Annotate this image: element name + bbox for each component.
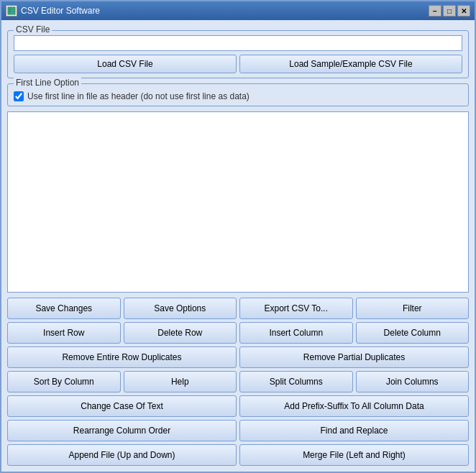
change-case-button[interactable]: Change Case Of Text xyxy=(7,395,237,417)
title-bar-buttons: − □ ✕ xyxy=(429,5,470,17)
buttons-section: Save Changes Save Options Export CSV To.… xyxy=(7,298,469,466)
title-bar: CSV Editor Software − □ ✕ xyxy=(1,1,475,20)
toolbar-row-2: Insert Row Delete Row Insert Column Dele… xyxy=(7,322,469,344)
toolbar-row-6: Rearrange Column Order Find and Replace xyxy=(7,420,469,441)
svg-rect-0 xyxy=(8,7,15,14)
close-button[interactable]: ✕ xyxy=(457,5,470,17)
join-columns-button[interactable]: Join Columns xyxy=(356,371,470,392)
save-changes-button[interactable]: Save Changes xyxy=(7,298,121,319)
header-checkbox[interactable] xyxy=(14,91,24,101)
first-line-option-label: First Line Option xyxy=(14,78,81,88)
insert-column-button[interactable]: Insert Column xyxy=(239,322,353,344)
csv-file-input[interactable] xyxy=(14,35,462,51)
export-csv-button[interactable]: Export CSV To... xyxy=(239,298,353,319)
merge-file-button[interactable]: Merge File (Left and Right) xyxy=(239,444,469,466)
load-sample-button[interactable]: Load Sample/Example CSV File xyxy=(239,55,462,73)
add-prefix-suffix-button[interactable]: Add Prefix-Suffix To All Column Data xyxy=(239,395,469,417)
toolbar-row-1: Save Changes Save Options Export CSV To.… xyxy=(7,298,469,319)
load-buttons-row: Load CSV File Load Sample/Example CSV Fi… xyxy=(14,55,462,73)
checkbox-label: Use first line in file as header (do not… xyxy=(27,91,250,101)
help-button[interactable]: Help xyxy=(124,371,237,392)
remove-entire-row-dup-button[interactable]: Remove Entire Row Duplicates xyxy=(7,346,237,368)
remove-partial-dup-button[interactable]: Remove Partial Duplicates xyxy=(239,346,469,368)
delete-row-button[interactable]: Delete Row xyxy=(124,322,237,344)
window-title: CSV Editor Software xyxy=(21,6,100,16)
main-window: CSV Editor Software − □ ✕ CSV File Load … xyxy=(0,0,476,473)
app-icon xyxy=(6,5,17,17)
insert-row-button[interactable]: Insert Row xyxy=(7,322,121,344)
data-grid[interactable] xyxy=(7,111,469,293)
minimize-button[interactable]: − xyxy=(429,5,441,17)
save-options-button[interactable]: Save Options xyxy=(124,298,237,319)
sort-by-column-button[interactable]: Sort By Column xyxy=(7,371,121,392)
load-csv-button[interactable]: Load CSV File xyxy=(14,55,237,73)
delete-column-button[interactable]: Delete Column xyxy=(356,322,470,344)
split-columns-button[interactable]: Split Columns xyxy=(239,371,353,392)
title-bar-left: CSV Editor Software xyxy=(6,5,100,17)
csv-file-group: CSV File Load CSV File Load Sample/Examp… xyxy=(7,30,469,78)
first-line-option-group: First Line Option Use first line in file… xyxy=(7,83,469,106)
toolbar-row-5: Change Case Of Text Add Prefix-Suffix To… xyxy=(7,395,469,417)
filter-button[interactable]: Filter xyxy=(356,298,470,319)
toolbar-row-4: Sort By Column Help Split Columns Join C… xyxy=(7,371,469,392)
find-replace-button[interactable]: Find and Replace xyxy=(239,420,469,441)
rearrange-column-button[interactable]: Rearrange Column Order xyxy=(7,420,237,441)
toolbar-row-3: Remove Entire Row Duplicates Remove Part… xyxy=(7,346,469,368)
append-file-button[interactable]: Append File (Up and Down) xyxy=(7,444,237,466)
checkbox-row: Use first line in file as header (do not… xyxy=(14,91,462,101)
csv-file-label: CSV File xyxy=(14,24,52,35)
toolbar-row-7: Append File (Up and Down) Merge File (Le… xyxy=(7,444,469,466)
window-content: CSV File Load CSV File Load Sample/Examp… xyxy=(1,20,475,472)
restore-button[interactable]: □ xyxy=(443,5,456,17)
